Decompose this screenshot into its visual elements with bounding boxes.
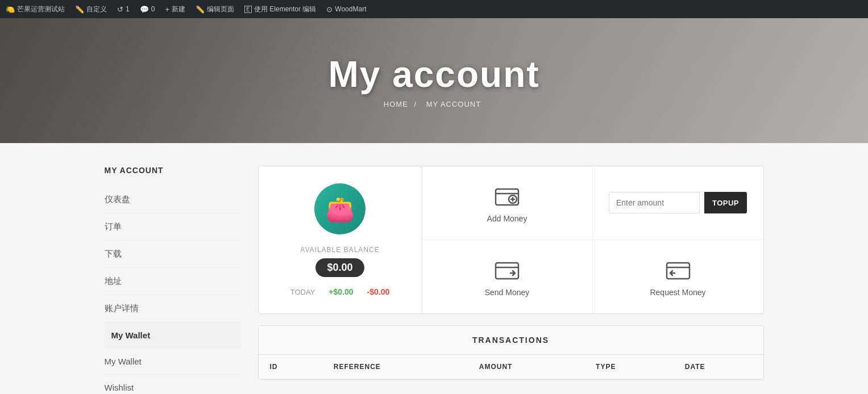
- topup-button[interactable]: TOPUP: [704, 192, 747, 213]
- admin-bar-woodmart[interactable]: ⊙ WoodMart: [326, 5, 366, 14]
- balance-badge: $0.00: [315, 258, 364, 277]
- edit-page-icon: ✏️: [196, 5, 205, 14]
- request-money-icon: [665, 256, 692, 283]
- today-out: -$0.00: [367, 287, 390, 296]
- sidebar-item-orders[interactable]: 订单: [105, 213, 241, 241]
- edit-icon: ✏️: [75, 5, 84, 14]
- transactions-title: TRANSACTIONS: [472, 336, 549, 345]
- page-title: My account: [328, 53, 539, 95]
- plus-icon: +: [165, 5, 169, 14]
- wallet-icon-circle: 👛: [314, 183, 366, 234]
- request-money-label: Request Money: [650, 288, 705, 297]
- breadcrumb-sep: /: [414, 100, 417, 108]
- enter-amount-input[interactable]: [609, 192, 700, 213]
- admin-bar-updates[interactable]: ↺ 1: [117, 5, 130, 14]
- main-content: MY ACCOUNT 仪表盘 订单 下载 地址 账户详情 My Wallet M…: [93, 166, 775, 394]
- sidebar: MY ACCOUNT 仪表盘 订单 下载 地址 账户详情 My Wallet M…: [105, 166, 241, 394]
- admin-bar-customize[interactable]: ✏️ 自定义: [75, 5, 107, 14]
- updates-icon: ↺: [117, 5, 123, 14]
- col-type: TYPE: [584, 355, 674, 379]
- breadcrumb-current: MY ACCOUNT: [426, 100, 481, 108]
- topup-cell: TOPUP: [593, 166, 763, 240]
- today-row: TODAY +$0.00 -$0.00: [290, 287, 390, 296]
- col-id: ID: [259, 355, 322, 379]
- woodmart-icon: ⊙: [326, 5, 333, 14]
- sidebar-item-address[interactable]: 地址: [105, 268, 241, 295]
- send-money-label: Send Money: [485, 288, 530, 297]
- breadcrumb: HOME / MY ACCOUNT: [384, 100, 484, 108]
- svg-rect-2: [496, 263, 518, 279]
- elementor-icon: 🄴: [244, 5, 252, 14]
- wallet-actions-row: 👛 AVAILABLE BALANCE $0.00 TODAY +$0.00 -…: [258, 166, 764, 314]
- col-amount: AMOUNT: [468, 355, 584, 379]
- send-money-cell[interactable]: Send Money: [422, 240, 593, 314]
- sidebar-menu: 仪表盘 订单 下载 地址 账户详情 My Wallet My Wallet Wi…: [105, 186, 241, 394]
- col-date: DATE: [674, 355, 763, 379]
- sidebar-item-account-details[interactable]: 账户详情: [105, 295, 241, 322]
- admin-bar-comments[interactable]: 💬 0: [140, 5, 155, 14]
- col-reference: REFERENCE: [322, 355, 468, 379]
- add-money-icon: [493, 182, 521, 209]
- transactions-header: TRANSACTIONS: [259, 326, 763, 355]
- breadcrumb-home[interactable]: HOME: [384, 100, 408, 108]
- comments-icon: 💬: [140, 5, 149, 14]
- transactions-header-row: ID REFERENCE AMOUNT TYPE DATE: [259, 355, 763, 379]
- admin-bar-edit-page[interactable]: ✏️ 编辑页面: [196, 5, 234, 14]
- admin-bar: 🍋 芒果运营测试站 ✏️ 自定义 ↺ 1 💬 0 + 新建 ✏️ 编辑页面 🄴 …: [0, 0, 868, 18]
- admin-bar-new[interactable]: + 新建: [165, 5, 185, 14]
- send-money-icon: [493, 256, 521, 283]
- sidebar-section-title: MY ACCOUNT: [105, 166, 241, 175]
- transactions-thead: ID REFERENCE AMOUNT TYPE DATE: [259, 355, 763, 379]
- hero-content: My account HOME / MY ACCOUNT: [0, 18, 868, 143]
- transactions-section: TRANSACTIONS ID REFERENCE AMOUNT TYPE DA…: [258, 325, 764, 380]
- sidebar-item-my-wallet-active[interactable]: My Wallet: [105, 322, 241, 349]
- wallet-card: 👛 AVAILABLE BALANCE $0.00 TODAY +$0.00 -…: [259, 166, 422, 313]
- add-money-cell[interactable]: Add Money: [422, 166, 593, 240]
- admin-bar-site[interactable]: 🍋 芒果运营测试站: [6, 5, 65, 14]
- request-money-cell[interactable]: Request Money: [593, 240, 763, 314]
- content-area: 👛 AVAILABLE BALANCE $0.00 TODAY +$0.00 -…: [258, 166, 764, 380]
- admin-bar-elementor[interactable]: 🄴 使用 Elementor 编辑: [244, 5, 316, 14]
- sidebar-item-wishlist[interactable]: Wishlist: [105, 375, 241, 394]
- today-in: +$0.00: [329, 287, 353, 296]
- site-icon: 🍋: [6, 5, 15, 14]
- sidebar-item-my-wallet[interactable]: My Wallet: [105, 349, 241, 375]
- wallet-emoji: 👛: [325, 195, 355, 223]
- actions-panel: Add Money TOPUP Send Money: [422, 166, 763, 313]
- add-money-label: Add Money: [487, 214, 528, 223]
- available-balance-label: AVAILABLE BALANCE: [300, 246, 379, 254]
- hero-banner: My account HOME / MY ACCOUNT: [0, 18, 868, 143]
- today-label: TODAY: [290, 288, 315, 296]
- transactions-table: ID REFERENCE AMOUNT TYPE DATE: [259, 355, 763, 379]
- sidebar-item-downloads[interactable]: 下载: [105, 241, 241, 268]
- svg-rect-3: [667, 263, 690, 279]
- sidebar-item-dashboard[interactable]: 仪表盘: [105, 186, 241, 213]
